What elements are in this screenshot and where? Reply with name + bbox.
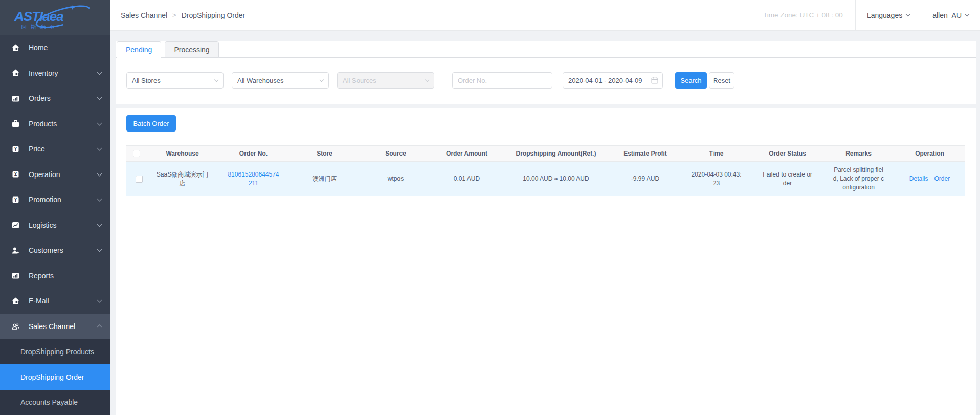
sidebar-item-promotion[interactable]: ¥ Promotion <box>0 187 110 213</box>
chevron-down-icon <box>97 171 102 176</box>
sidebar-item-label: Price <box>29 145 98 153</box>
filter-panel: Pending Processing All Stores All Wareho… <box>116 41 976 104</box>
sidebar-item-label: E-Mall <box>29 297 98 305</box>
sidebar-nav: Home Inventory Orders Products ¥ Price ¥… <box>0 35 110 415</box>
sidebar-item-orders[interactable]: Orders <box>0 86 110 112</box>
breadcrumb-dropshipping-order: DropShipping Order <box>182 11 246 19</box>
search-button[interactable]: Search <box>675 72 707 89</box>
chevron-down-icon <box>97 298 102 303</box>
sidebar-subitem-dropshipping-products[interactable]: DropShipping Products <box>0 339 110 365</box>
table-row: SaaS微商城演示门店 810615280644574211 澳洲门店 wtpo… <box>126 162 965 196</box>
order-link[interactable]: Order <box>934 175 950 182</box>
brand-logo-icon: ASTIaea 阿斯米亚 <box>13 4 96 31</box>
languages-label: Languages <box>867 11 902 19</box>
breadcrumb-sales-channel[interactable]: Sales Channel <box>121 11 167 19</box>
order-no-link[interactable]: 810615280644574211 <box>228 171 279 187</box>
date-range-value[interactable] <box>563 72 663 89</box>
sidebar-subitem-accounts-payable[interactable]: Accounts Payable <box>0 390 110 415</box>
sales-channel-submenu: DropShipping Products DropShipping Order… <box>0 339 110 415</box>
brand-subtitle: 阿斯米亚 <box>21 24 59 30</box>
sales-channel-icon <box>11 322 20 331</box>
col-dropshipping-amount: Dropshipping Amount(Ref.) <box>502 146 610 162</box>
select-all-checkbox[interactable] <box>133 150 140 157</box>
warehouse-select[interactable]: All Warehouses <box>232 72 329 89</box>
cell-store: 澳洲门店 <box>289 162 360 196</box>
order-no-input[interactable] <box>452 72 552 89</box>
chevron-down-icon <box>214 77 218 81</box>
tab-pending[interactable]: Pending <box>117 41 161 58</box>
inventory-icon <box>11 69 20 77</box>
sidebar-item-operation[interactable]: ¥ Operation <box>0 162 110 187</box>
store-select[interactable]: All Stores <box>126 72 224 89</box>
emall-icon <box>11 297 20 305</box>
chevron-down-icon <box>97 222 102 227</box>
customers-icon <box>11 246 20 255</box>
cell-source: wtpos <box>360 162 431 196</box>
orders-icon <box>11 94 20 103</box>
col-order-amount: Order Amount <box>431 146 502 162</box>
store-select-value: All Stores <box>132 77 161 84</box>
source-select: All Sources <box>337 72 434 89</box>
orders-table: Warehouse Order No. Store Source Order A… <box>126 145 965 196</box>
tab-label: Pending <box>126 46 152 54</box>
sidebar-item-label: Promotion <box>29 195 98 204</box>
reset-button[interactable]: Reset <box>709 72 734 89</box>
sidebar-subitem-label: DropShipping Order <box>20 373 84 381</box>
sidebar-item-label: Inventory <box>29 69 98 77</box>
col-source: Source <box>360 146 431 162</box>
sidebar-item-customers[interactable]: Customers <box>0 238 110 264</box>
sidebar-item-sales-channel[interactable]: Sales Channel <box>0 314 110 339</box>
main-area: Sales Channel > DropShipping Order Time … <box>110 0 980 415</box>
cell-order-status: Failed to create order <box>752 162 823 196</box>
operation-icon: ¥ <box>11 170 20 179</box>
chevron-down-icon <box>965 12 969 16</box>
sidebar-item-label: Sales Channel <box>29 322 98 331</box>
cell-remarks: Parcel splitting field, Lack of proper c… <box>823 162 894 196</box>
sidebar-item-products[interactable]: Products <box>0 111 110 137</box>
sidebar-item-label: Operation <box>29 170 98 179</box>
details-link[interactable]: Details <box>909 175 928 182</box>
user-menu[interactable]: allen_AU <box>921 0 980 30</box>
sidebar-item-label: Products <box>29 120 98 128</box>
sidebar: ASTIaea 阿斯米亚 Home Inventory Orders Produ… <box>0 0 110 415</box>
sidebar-item-emall[interactable]: E-Mall <box>0 289 110 314</box>
sidebar-item-reports[interactable]: Reports <box>0 263 110 289</box>
tab-processing[interactable]: Processing <box>165 41 218 58</box>
username-label: allen_AU <box>932 11 962 19</box>
products-icon <box>11 119 20 128</box>
sidebar-item-label: Home <box>29 43 101 52</box>
sidebar-item-label: Reports <box>29 272 101 280</box>
col-order-status: Order Status <box>752 146 823 162</box>
svg-text:¥: ¥ <box>14 197 17 203</box>
brand-name: ASTIaea <box>14 9 63 24</box>
col-operation: Operation <box>894 146 965 162</box>
row-checkbox[interactable] <box>136 176 143 183</box>
chevron-down-icon <box>97 70 102 75</box>
sidebar-subitem-label: DropShipping Products <box>20 347 94 356</box>
languages-dropdown[interactable]: Languages <box>855 0 921 30</box>
cell-dropshipping-amount: 10.00 AUD ≈ 10.00 AUD <box>502 162 610 196</box>
sidebar-item-inventory[interactable]: Inventory <box>0 60 110 86</box>
sidebar-item-label: Customers <box>29 246 98 254</box>
cell-order-amount: 0.01 AUD <box>431 162 502 196</box>
breadcrumb-separator: > <box>172 11 176 19</box>
calendar-icon <box>651 77 658 84</box>
breadcrumb: Sales Channel > DropShipping Order <box>110 0 763 30</box>
col-store: Store <box>289 146 360 162</box>
filter-row: All Stores All Warehouses All Sources Se… <box>116 58 976 104</box>
sidebar-subitem-dropshipping-order[interactable]: DropShipping Order <box>0 364 110 390</box>
top-bar: Sales Channel > DropShipping Order Time … <box>110 0 980 31</box>
sidebar-item-logistics[interactable]: Logistics <box>0 212 110 238</box>
sidebar-item-home[interactable]: Home <box>0 35 110 61</box>
chevron-down-icon <box>320 77 324 81</box>
content-area: Pending Processing All Stores All Wareho… <box>110 31 980 415</box>
sidebar-subitem-label: Accounts Payable <box>20 398 78 406</box>
sidebar-item-price[interactable]: ¥ Price <box>0 137 110 162</box>
chevron-up-icon <box>97 325 102 330</box>
home-icon <box>11 43 20 52</box>
chevron-down-icon <box>97 146 102 151</box>
date-range-picker[interactable] <box>563 72 663 89</box>
orders-panel: Batch Order Warehouse Order No. Store So… <box>116 108 976 415</box>
warehouse-select-value: All Warehouses <box>237 77 284 84</box>
batch-order-button[interactable]: Batch Order <box>126 115 176 132</box>
